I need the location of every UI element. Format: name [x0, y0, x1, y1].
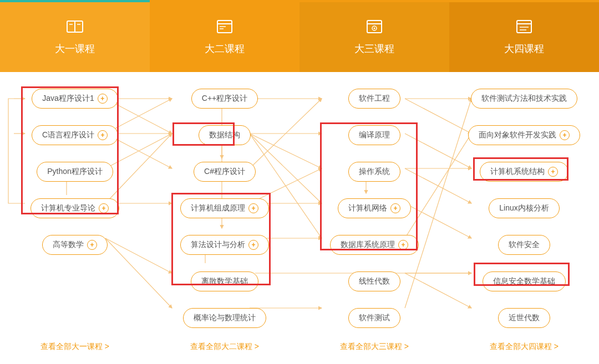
- view-all-link-3[interactable]: 查看全部大三课程 >: [300, 342, 449, 364]
- course-label: C语言程序设计: [42, 130, 94, 140]
- expand-plus-icon[interactable]: +: [87, 240, 97, 250]
- course-node[interactable]: Java程序设计1+: [32, 89, 118, 109]
- course-label: Java程序设计1: [42, 94, 94, 104]
- view-all-link-1[interactable]: 查看全部大一课程 >: [0, 342, 150, 364]
- col-header-1: 大一课程: [0, 0, 150, 72]
- expand-plus-icon[interactable]: +: [248, 203, 258, 213]
- doc-icon: [514, 17, 534, 37]
- course-label: C++程序设计: [202, 94, 247, 104]
- course-node[interactable]: 离散数学基础: [191, 271, 258, 291]
- course-node[interactable]: 软件测试方法和技术实践: [471, 89, 577, 109]
- course-label: 编译原理: [359, 130, 390, 140]
- course-label: 软件工程: [359, 94, 390, 104]
- course-node[interactable]: 概率论与数理统计: [183, 308, 266, 328]
- col-title-3: 大三课程: [354, 42, 394, 55]
- course-label: 信息安全数学基础: [493, 276, 555, 286]
- course-label: C#程序设计: [204, 167, 245, 177]
- course-node[interactable]: 数据库系统原理+: [330, 235, 419, 255]
- gear-window-icon: [364, 17, 384, 37]
- header-row: 大一课程 大二课程 大三课程 大四课程: [0, 0, 599, 72]
- course-node[interactable]: 算法设计与分析+: [180, 235, 269, 255]
- course-node[interactable]: 操作系统: [348, 162, 400, 182]
- course-label: 计算机组成原理: [191, 203, 245, 213]
- course-label: 概率论与数理统计: [194, 313, 256, 323]
- course-node[interactable]: Python程序设计: [37, 162, 113, 182]
- expand-plus-icon[interactable]: +: [98, 94, 108, 104]
- course-label: 操作系统: [359, 167, 390, 177]
- expand-plus-icon[interactable]: +: [99, 203, 109, 213]
- course-node[interactable]: 软件测试: [348, 308, 400, 328]
- course-node[interactable]: C#程序设计: [194, 162, 256, 182]
- col-title-2: 大二课程: [205, 42, 245, 55]
- diagram-body: Java程序设计1+C语言程序设计+Python程序设计计算机专业导论+高等数学…: [0, 72, 599, 342]
- book-icon: [65, 17, 85, 37]
- course-node[interactable]: 高等数学+: [42, 235, 108, 255]
- course-label: 高等数学: [53, 240, 84, 250]
- course-node[interactable]: 计算机专业导论+: [31, 198, 119, 218]
- footer-row: 查看全部大一课程 > 查看全部大二课程 > 查看全部大三课程 > 查看全部大四课…: [0, 342, 599, 364]
- col-4: 软件测试方法和技术实践面向对象软件开发实践+计算机系统结构+Linux内核分析软…: [449, 89, 599, 336]
- col-title-4: 大四课程: [504, 42, 544, 55]
- course-node[interactable]: 编译原理: [348, 125, 400, 145]
- course-label: 线性代数: [359, 276, 390, 286]
- col-1: Java程序设计1+C语言程序设计+Python程序设计计算机专业导论+高等数学…: [0, 89, 150, 336]
- course-label: 软件测试方法和技术实践: [481, 94, 567, 104]
- course-label: 近世代数: [509, 313, 540, 323]
- course-label: 计算机系统结构: [490, 167, 545, 177]
- col-header-2: 大二课程: [150, 0, 300, 72]
- course-node[interactable]: C++程序设计: [191, 89, 258, 109]
- course-node[interactable]: 软件安全: [498, 235, 550, 255]
- col-2: C++程序设计数据结构C#程序设计计算机组成原理+算法设计与分析+离散数学基础概…: [150, 89, 300, 336]
- course-label: Python程序设计: [47, 167, 103, 177]
- view-all-link-2[interactable]: 查看全部大二课程 >: [150, 342, 300, 364]
- course-node[interactable]: 计算机网络+: [338, 198, 411, 218]
- course-label: 软件测试: [359, 313, 390, 323]
- course-node[interactable]: 计算机系统结构+: [480, 162, 568, 182]
- course-node[interactable]: 数据结构: [199, 125, 251, 145]
- expand-plus-icon[interactable]: +: [560, 130, 570, 140]
- course-label: Linux内核分析: [499, 203, 549, 213]
- expand-plus-icon[interactable]: +: [248, 240, 258, 250]
- col-title-1: 大一课程: [55, 42, 95, 55]
- course-label: 软件安全: [509, 240, 540, 250]
- expand-plus-icon[interactable]: +: [398, 240, 408, 250]
- course-node[interactable]: 信息安全数学基础: [483, 271, 566, 291]
- col-header-3: 大三课程: [300, 0, 449, 72]
- course-node[interactable]: 计算机组成原理+: [180, 198, 269, 218]
- col-3: 软件工程编译原理操作系统计算机网络+数据库系统原理+线性代数软件测试: [300, 89, 449, 336]
- view-all-link-4[interactable]: 查看全部大四课程 >: [449, 342, 599, 364]
- window-icon: [215, 17, 235, 37]
- course-label: 面向对象软件开发实践: [479, 130, 556, 140]
- expand-plus-icon[interactable]: +: [390, 203, 400, 213]
- course-node[interactable]: 软件工程: [348, 89, 400, 109]
- svg-rect-12: [517, 20, 531, 33]
- course-label: 计算机专业导论: [41, 203, 95, 213]
- col-header-4: 大四课程: [449, 0, 599, 72]
- course-node[interactable]: 面向对象软件开发实践+: [468, 125, 580, 145]
- expand-plus-icon[interactable]: +: [548, 167, 558, 177]
- course-node[interactable]: C语言程序设计+: [32, 125, 118, 145]
- course-label: 算法设计与分析: [191, 240, 245, 250]
- course-label: 离散数学基础: [201, 276, 248, 286]
- course-node[interactable]: 线性代数: [348, 271, 400, 291]
- course-node[interactable]: Linux内核分析: [489, 198, 559, 218]
- svg-point-11: [374, 28, 375, 29]
- course-label: 数据结构: [209, 130, 240, 140]
- course-label: 数据库系统原理: [341, 240, 395, 250]
- course-label: 计算机网络: [348, 203, 387, 213]
- expand-plus-icon[interactable]: +: [98, 130, 108, 140]
- course-node[interactable]: 近世代数: [498, 308, 550, 328]
